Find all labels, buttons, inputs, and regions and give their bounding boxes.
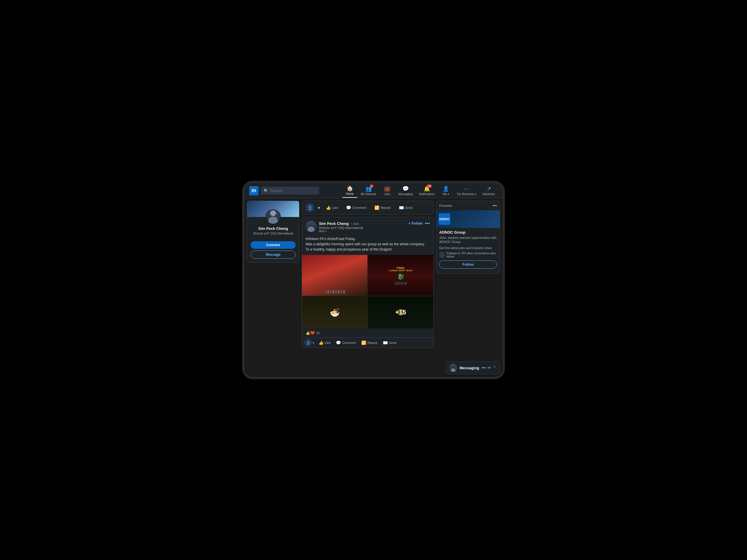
profile-actions: Connect Message <box>247 239 299 262</box>
comment-icon-top: 💬 <box>346 205 351 210</box>
repost-icon-top: 🔁 <box>375 205 379 210</box>
message-button[interactable]: Message <box>251 250 295 259</box>
advertise-icon: ↗ <box>487 186 491 192</box>
repost-action-post[interactable]: 🔁 Repost <box>359 339 380 346</box>
ad-more-button[interactable]: ••• <box>493 203 497 208</box>
profile-card: Sim Peck Cheng Director at P. CliQ Inter… <box>247 201 300 263</box>
repost-icon-post: 🔁 <box>361 340 366 345</box>
messaging-compose-button[interactable]: ✏ <box>488 366 491 370</box>
notifications-badge: 15 <box>427 184 432 188</box>
profile-title: Director at P. CliQ International <box>251 232 295 235</box>
like-action-top[interactable]: 👍 Like <box>324 204 340 211</box>
avatar-image <box>266 210 280 224</box>
nav-label-jobs: Jobs <box>384 192 390 196</box>
ad-company-logo: ADNOC <box>439 213 450 225</box>
nav-label-home: Home <box>346 192 354 195</box>
connect-button[interactable]: Connect <box>251 241 295 249</box>
post-image-1[interactable] <box>302 255 367 296</box>
ad-company-name: ADNOC Group <box>439 230 497 235</box>
post-image-2[interactable]: Happy LUNAR NEW YEAR 🐉 <box>368 255 433 296</box>
dropdown-arrow[interactable]: ▾ <box>318 205 320 211</box>
nav-label-for-business: For Business ▾ <box>457 192 476 196</box>
post-image-4[interactable]: 😊 +15 <box>368 296 433 328</box>
ad-description: John, explore relevant opportunities wit… <box>439 236 497 244</box>
ad-follow-button[interactable]: Follow <box>439 261 497 269</box>
repost-label-top: Repost <box>381 206 391 209</box>
post-line-1: Infinitum FA's Kickoff last Friday. <box>306 237 356 241</box>
post-author-info: Sim Peck Cheng • 2nd Director at P. CliQ… <box>319 221 406 233</box>
post-author-avatar[interactable] <box>306 221 317 232</box>
ad-cover-image: ADNOC <box>436 210 500 228</box>
nav-label-me: Me ▾ <box>443 192 449 196</box>
nav-item-messaging[interactable]: 💬 Messaging <box>395 184 415 197</box>
like-label-top: Like <box>332 206 338 209</box>
post-author-name[interactable]: Sim Peck Cheng • 2nd <box>319 221 359 226</box>
nav-item-me[interactable]: 👤 Me ▾ <box>438 184 454 197</box>
messaging-actions: ••• ✏ ⌃ <box>482 366 496 370</box>
post-content-text: Infinitum FA's Kickoff last Friday. Was … <box>302 236 433 255</box>
main-feed: 👤 ▾ 👍 Like 💬 Comment 🔁 Repost <box>302 201 434 374</box>
post-time: 4mo • <box>319 230 406 233</box>
ad-connection: Prakash & 744 other connections also fol… <box>439 252 497 258</box>
post-line-2: Was a delightful morning spent with our … <box>306 242 425 246</box>
comment-action-top[interactable]: 💬 Comment <box>344 204 368 211</box>
repost-action-top[interactable]: 🔁 Repost <box>372 204 393 211</box>
comment-action-post[interactable]: 💬 Comment <box>334 339 358 346</box>
me-icon: 👤 <box>443 186 449 192</box>
tablet-frame: in 🔍 🏠 Home 👥 1 My Network 💼 <box>242 181 505 379</box>
comment-label-top: Comment <box>352 206 366 209</box>
post-header-actions: + Follow ••• <box>409 221 430 226</box>
search-input[interactable] <box>270 188 316 193</box>
nav-label-messaging: Messaging <box>398 192 412 196</box>
search-icon: 🔍 <box>264 189 268 193</box>
connection-text: Prakash & 744 other connections also fol… <box>446 252 497 258</box>
messaging-expand-button[interactable]: ⌃ <box>493 366 496 370</box>
post-user-avatar: 👤 <box>304 339 312 347</box>
post-dropdown-arrow[interactable]: ▾ <box>312 341 314 344</box>
nav-item-my-network[interactable]: 👥 1 My Network <box>358 184 379 197</box>
navbar: in 🔍 🏠 Home 👥 1 My Network 💼 <box>244 183 503 198</box>
reaction-emoji: 👍❤️ <box>306 331 315 335</box>
messaging-bar[interactable]: Messaging ••• ✏ ⌃ <box>445 361 500 374</box>
send-icon-top: ✉️ <box>399 205 404 210</box>
ad-header: Promoted ••• <box>436 201 500 210</box>
connection-avatar <box>439 252 445 258</box>
my-network-badge: 1 <box>370 184 374 188</box>
ad-sub-description: Get the latest jobs and industry news <box>439 246 497 250</box>
post-author-degree: • 2nd <box>351 222 358 225</box>
more-options-button[interactable]: ••• <box>425 221 430 226</box>
nav-item-home[interactable]: 🏠 Home <box>342 183 357 198</box>
comment-icon-post: 💬 <box>336 340 341 345</box>
screen: in 🔍 🏠 Home 👥 1 My Network 💼 <box>244 183 503 377</box>
avatar-icon: 👤 <box>308 205 312 210</box>
comment-label-post: Comment <box>342 341 356 344</box>
promoted-label: Promoted <box>439 204 452 207</box>
nav-item-for-business[interactable]: ⋯ For Business ▾ <box>454 184 479 197</box>
nav-item-notifications[interactable]: 🔔 15 Notifications <box>416 184 438 197</box>
like-icon-post: 👍 <box>319 340 324 345</box>
send-icon-post: ✉️ <box>383 340 388 345</box>
send-label-top: Send <box>405 206 413 209</box>
post-line-3: To a healthy, happy and prosperous year … <box>306 247 392 251</box>
post-actions-row: 👤 ▾ 👍 Like 💬 Comment 🔁 <box>302 338 433 348</box>
send-action-post[interactable]: ✉️ Send <box>381 339 399 346</box>
avatar-icon-small: 👤 <box>306 341 310 345</box>
ad-card: Promoted ••• ADNOC ADNOC Group John, exp… <box>436 201 500 273</box>
for-business-icon: ⋯ <box>464 186 469 192</box>
like-action-post[interactable]: 👍 Like <box>316 339 333 346</box>
post-image-3[interactable]: 🍜 <box>302 296 367 328</box>
send-action-top[interactable]: ✉️ Send <box>396 204 415 211</box>
nav-item-jobs[interactable]: 💼 Jobs <box>380 184 395 197</box>
search-bar[interactable]: 🔍 <box>261 187 319 194</box>
follow-button[interactable]: + Follow <box>409 221 422 225</box>
send-label-post: Send <box>389 341 396 344</box>
nav-label-advertise: Advertise <box>483 192 495 196</box>
post-reactions: 👍❤️ 14 <box>302 328 433 338</box>
content-area: Sim Peck Cheng Director at P. CliQ Inter… <box>244 198 503 377</box>
nav-item-advertise[interactable]: ↗ Advertise <box>480 184 498 197</box>
repost-label-post: Repost <box>367 341 378 344</box>
reaction-count: 14 <box>316 331 319 335</box>
messaging-more-button[interactable]: ••• <box>482 366 486 370</box>
top-action-bar: 👤 ▾ 👍 Like 💬 Comment 🔁 Repost <box>302 201 434 215</box>
nav-label-my-network: My Network <box>361 192 377 196</box>
